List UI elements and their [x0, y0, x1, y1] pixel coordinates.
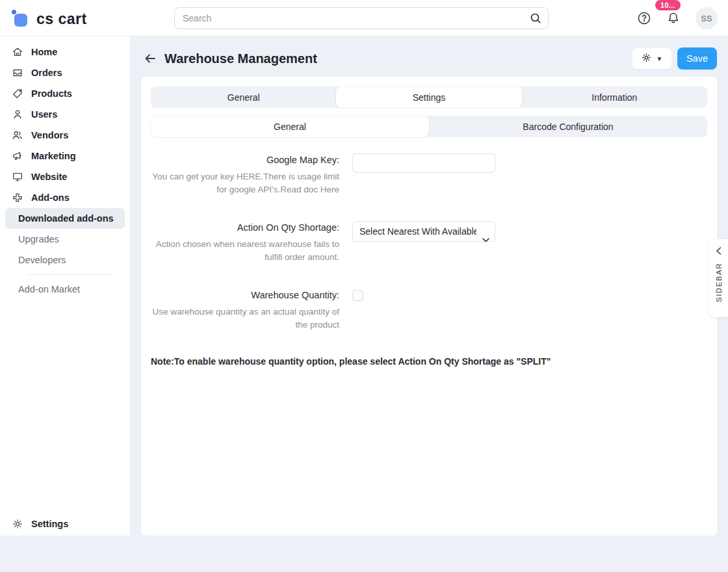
sidebar-item-marketing[interactable]: Marketing	[0, 146, 130, 166]
settings-form: Google Map Key: You can get your key HER…	[151, 153, 707, 367]
search-bar	[174, 7, 549, 29]
monitor-icon	[12, 171, 23, 183]
back-button[interactable]	[141, 49, 159, 68]
sidebar-item-upgrades[interactable]: Upgrades	[5, 229, 125, 250]
tab-general[interactable]: General	[151, 86, 336, 108]
vendors-icon	[12, 129, 23, 141]
search-input[interactable]	[174, 7, 549, 29]
cs-cart-logo[interactable]: cs cart	[12, 8, 87, 29]
caret-down-icon: ▼	[656, 55, 662, 62]
notification-badge[interactable]: 10...	[655, 0, 681, 10]
home-icon	[12, 46, 23, 58]
warehouse-quantity-checkbox[interactable]	[352, 290, 363, 301]
search-icon[interactable]	[529, 12, 542, 27]
settings-dropdown-button[interactable]: ▼	[632, 47, 672, 70]
save-button[interactable]: Save	[677, 47, 717, 70]
subtab-general[interactable]: General	[151, 116, 429, 137]
tab-information[interactable]: Information	[522, 86, 707, 108]
user-icon	[12, 109, 23, 120]
qty-shortage-select[interactable]: Select Nearest With Available	[352, 221, 495, 242]
sidebar-toggle-label: SIDEBAR	[715, 263, 723, 302]
main-content: Warehouse Management ▼ Save General Sett…	[130, 36, 728, 572]
orders-icon	[12, 67, 23, 79]
subtab-barcode-configuration[interactable]: Barcode Configuration	[429, 116, 707, 137]
top-bar: cs cart 10... SS	[0, 0, 728, 36]
sidebar-item-website[interactable]: Website	[0, 166, 130, 187]
megaphone-icon	[12, 150, 23, 162]
page-title: Warehouse Management	[164, 51, 317, 66]
sub-tabbar: General Barcode Configuration	[151, 116, 707, 137]
sidebar-divider	[29, 274, 110, 275]
sidebar-item-home[interactable]: Home	[0, 42, 130, 62]
chevron-left-icon	[716, 246, 722, 257]
avatar[interactable]: SS	[696, 7, 718, 29]
field-label: Google Map Key:	[151, 153, 339, 166]
sidebar-item-addons[interactable]: Add-ons	[0, 187, 130, 208]
form-row-google-map-key: Google Map Key: You can get your key HER…	[151, 153, 707, 196]
puzzle-icon	[12, 192, 23, 203]
main-tabbar: General Settings Information	[151, 86, 707, 108]
sidebar-item-orders[interactable]: Orders	[0, 62, 130, 83]
sidebar: Home Orders Products Us	[0, 36, 130, 536]
sidebar-toggle[interactable]: SIDEBAR	[709, 239, 728, 317]
sidebar-item-addon-market[interactable]: Add-on Market	[5, 279, 125, 300]
sidebar-item-products[interactable]: Products	[0, 83, 130, 104]
sidebar-item-settings[interactable]: Settings	[0, 514, 130, 534]
help-icon[interactable]	[637, 11, 651, 25]
google-map-key-input[interactable]	[352, 153, 495, 173]
field-hint: Action chosen when nearest warehouse fai…	[151, 238, 339, 264]
gear-icon	[641, 52, 652, 66]
sidebar-item-developers[interactable]: Developers	[5, 250, 125, 270]
field-label: Warehouse Quantity:	[151, 289, 339, 302]
form-row-warehouse-quantity: Warehouse Quantity: Use warehouse quanti…	[151, 289, 707, 332]
field-hint: You can get your key HERE.There is usage…	[151, 170, 339, 196]
tab-settings[interactable]: Settings	[336, 86, 521, 108]
note-text: Note:To enable warehouse quantity option…	[151, 356, 707, 367]
tag-icon	[12, 88, 23, 99]
settings-card: General Settings Information General Bar…	[141, 77, 717, 536]
field-hint: Use warehouse quantity as an actual quan…	[151, 306, 339, 332]
form-row-qty-shortage: Action On Qty Shortage: Action chosen wh…	[151, 221, 707, 264]
sidebar-item-vendors[interactable]: Vendors	[0, 125, 130, 146]
notifications-bell-icon[interactable]: 10...	[666, 10, 681, 26]
cs-cart-logo-icon	[12, 8, 31, 29]
sidebar-item-users[interactable]: Users	[0, 104, 130, 125]
gear-icon	[12, 518, 23, 530]
sidebar-item-downloaded-addons[interactable]: Downloaded add-ons	[5, 208, 125, 229]
app-name: cs cart	[36, 10, 87, 28]
field-label: Action On Qty Shortage:	[151, 221, 339, 234]
